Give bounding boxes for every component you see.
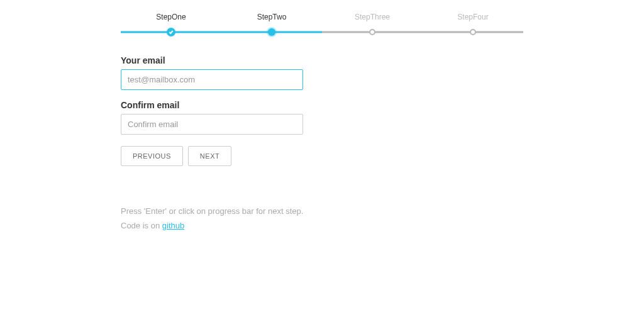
- confirm-email-field[interactable]: [121, 114, 303, 135]
- step-label: StepOne: [121, 13, 221, 21]
- email-label: Your email: [121, 55, 372, 65]
- step-label: StepThree: [322, 13, 423, 21]
- step-label: StepTwo: [221, 13, 322, 21]
- step-current-icon: [268, 28, 275, 36]
- step-pending-icon: [369, 29, 375, 35]
- progress-bar[interactable]: StepOne StepTwo StepThree: [121, 13, 523, 36]
- step-two[interactable]: StepTwo: [221, 13, 322, 36]
- step-done-icon: [167, 28, 175, 36]
- help-hint: Press 'Enter' or click on progress bar f…: [121, 206, 523, 216]
- step-label: StepFour: [423, 13, 523, 21]
- previous-button[interactable]: Previous: [121, 146, 183, 166]
- step-pending-icon: [470, 29, 476, 35]
- code-prefix: Code is on: [121, 221, 162, 230]
- confirm-email-label: Confirm email: [121, 100, 372, 110]
- step-one[interactable]: StepOne: [121, 13, 221, 36]
- github-link[interactable]: github: [162, 221, 184, 230]
- step-four[interactable]: StepFour: [423, 13, 523, 36]
- code-source: Code is on github: [121, 221, 523, 230]
- step-three[interactable]: StepThree: [322, 13, 423, 36]
- next-button[interactable]: Next: [188, 146, 231, 166]
- email-field[interactable]: [121, 69, 303, 90]
